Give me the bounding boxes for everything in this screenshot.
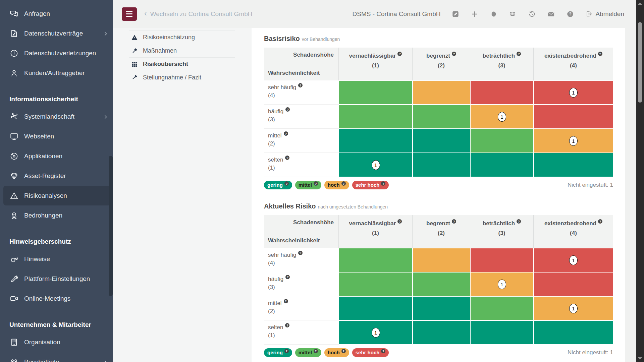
sidebar-item-kunden-auftraggeber[interactable]: Kunden/Auftraggeber — [3, 63, 110, 83]
risk-count-badge[interactable]: 1 — [569, 136, 578, 146]
help-tooltip-icon[interactable]: ? — [284, 299, 288, 303]
help-tooltip-icon[interactable]: ? — [341, 349, 346, 353]
help-tooltip-icon[interactable]: ? — [314, 181, 318, 186]
chevron-right-icon — [103, 31, 108, 36]
help-tooltip-icon[interactable]: ? — [381, 181, 385, 186]
matrix-row-header-selten: selten?(1) — [264, 153, 339, 177]
risk-matrix-cell — [339, 105, 413, 129]
matrix-column-header-beträchtlich: beträchtlich?(3) — [470, 48, 534, 80]
legend-badge-label: hoch — [328, 350, 340, 355]
risk-count-badge[interactable]: 1 — [569, 255, 578, 265]
sidebar-item-hinweise[interactable]: Hinweise — [3, 249, 110, 269]
risk-matrix-cell — [413, 80, 470, 105]
matrix-column-header-beträchtlich: beträchtlich?(3) — [470, 215, 534, 248]
sidebar-item-webseiten[interactable]: Webseiten — [3, 126, 110, 146]
row-header-label: sehr häufig? — [268, 252, 335, 258]
matrix-row-header-häufig: häufig?(3) — [264, 105, 339, 129]
help-tooltip-icon[interactable]: ? — [284, 131, 288, 136]
matrix-row-header-häufig: häufig?(3) — [264, 272, 339, 296]
help-tooltip-icon[interactable]: ? — [285, 156, 289, 160]
edit-icon[interactable] — [451, 10, 460, 18]
risk-matrix-cell — [413, 272, 470, 296]
row-header-text: sehr häufig — [268, 252, 296, 258]
scrollbar-thumb[interactable] — [638, 22, 642, 103]
warning-triangle-icon — [9, 191, 18, 200]
help-tooltip-icon[interactable]: ? — [314, 349, 318, 353]
help-tooltip-icon[interactable]: ? — [452, 52, 456, 56]
risk-matrix-cell: 1 — [534, 129, 613, 153]
sidebar-item-online-meetings[interactable]: Online-Meetings — [3, 289, 110, 308]
disc-icon — [9, 152, 18, 161]
help-tooltip-icon[interactable]: ? — [341, 181, 346, 186]
scrollbar-up-arrow-icon[interactable] — [638, 2, 642, 5]
help-tooltip-icon[interactable]: ? — [285, 107, 290, 112]
page-scrollbar — [636, 0, 644, 362]
help-tooltip-icon[interactable]: ? — [397, 219, 402, 224]
help-tooltip-icon[interactable]: ? — [298, 83, 303, 87]
menu-toggle-button[interactable] — [122, 7, 137, 21]
subnav-item-maßnahmen[interactable]: Maßnahmen — [129, 44, 235, 57]
sidebar-item-anfragen[interactable]: Anfragen — [3, 4, 110, 23]
row-header-label: mittel? — [268, 132, 335, 139]
help-tooltip-icon[interactable]: ? — [381, 349, 385, 353]
risk-matrix-cell: 1 — [470, 105, 534, 129]
sidebar-item-beschäftigte[interactable]: Beschäftigte — [3, 352, 110, 362]
help-tooltip-icon[interactable]: ? — [298, 251, 303, 255]
risk-matrix-table: SchadenshöheWahrscheinlichkeitvernachläs… — [264, 215, 613, 345]
video-camera-icon — [9, 294, 18, 303]
sidebar-item-systemlandschaft[interactable]: Systemlandschaft — [3, 107, 110, 126]
risk-count-badge[interactable]: 1 — [569, 88, 578, 98]
column-header-text: begrenzt — [426, 53, 450, 59]
scrollbar-down-arrow-icon[interactable] — [638, 357, 642, 360]
risk-count-badge[interactable]: 1 — [498, 112, 506, 122]
risk-matrix-cell — [339, 272, 413, 296]
sidebar-item-applikationen[interactable]: Applikationen — [3, 146, 110, 166]
legend-badge-sehr-hoch: sehr hoch? — [352, 348, 389, 357]
sidebar: AnfragenDatenschutzverträgeDatenschutzve… — [0, 0, 113, 362]
back-link[interactable]: ‹ Wechseln zu Cortina Consult GmbH — [144, 10, 253, 18]
risk-count-badge[interactable]: 1 — [498, 280, 506, 289]
risk-count-badge[interactable]: 1 — [372, 328, 380, 338]
risk-matrix-cell — [339, 80, 413, 105]
column-header-label: vernachlässigbar? — [349, 220, 402, 227]
column-header-text: begrenzt — [426, 220, 450, 227]
subnav-item-risikoübersicht[interactable]: Risikoübersicht — [129, 57, 235, 71]
help-tooltip-icon[interactable]: ? — [285, 275, 290, 279]
status-circle-icon[interactable] — [490, 10, 498, 18]
help-tooltip-icon[interactable]: ? — [598, 219, 602, 224]
help-tooltip-icon[interactable]: ? — [598, 52, 602, 56]
sidebar-item-plattform-einstellungen[interactable]: Plattform-Einstellungen — [3, 269, 110, 289]
aktuelles-risiko-section: Aktuelles Risikonach umgesetzten Behandl… — [264, 201, 613, 357]
sidebar-item-asset-register[interactable]: Asset-Register — [3, 166, 110, 186]
sidebar-item-bedrohungen[interactable]: Bedrohungen — [3, 205, 110, 225]
chevron-right-icon — [103, 114, 108, 119]
matrix-corner-header: SchadenshöheWahrscheinlichkeit — [264, 48, 339, 80]
help-tooltip-icon[interactable]: ? — [517, 52, 521, 56]
subnav-item-stellungnahme-fazit[interactable]: Stellungnahme / Fazit — [129, 71, 235, 84]
sidebar-item-organisation[interactable]: Organisation — [3, 332, 110, 352]
sidebar-scrollbar-thumb[interactable] — [109, 156, 113, 296]
sidebar-item-datenschutzverletzungen[interactable]: Datenschutzverletzungen — [3, 43, 110, 63]
help-tooltip-icon[interactable]: ? — [284, 349, 289, 353]
help-icon[interactable]: ? — [566, 10, 574, 18]
exclamation-circle-icon — [9, 49, 18, 58]
column-header-value: (3) — [498, 230, 505, 237]
help-tooltip-icon[interactable]: ? — [284, 181, 289, 186]
history-icon[interactable] — [528, 10, 536, 18]
help-tooltip-icon[interactable]: ? — [517, 219, 521, 224]
keyboard-icon[interactable] — [509, 10, 517, 18]
help-tooltip-icon[interactable]: ? — [285, 323, 289, 327]
risk-matrix-cell — [413, 296, 470, 320]
subnav-item-risikoeinschätzung[interactable]: Risikoeinschätzung — [129, 31, 235, 44]
sidebar-item-label: Hinweise — [24, 255, 50, 263]
sidebar-item-risikoanalysen[interactable]: Risikoanalysen — [3, 186, 110, 205]
mail-icon[interactable] — [547, 10, 555, 18]
plus-icon[interactable] — [471, 10, 479, 18]
sidebar-item-datenschutzverträge[interactable]: Datenschutzverträge — [3, 23, 110, 43]
legend-badge-label: sehr hoch — [356, 350, 380, 355]
help-tooltip-icon[interactable]: ? — [452, 219, 456, 224]
help-tooltip-icon[interactable]: ? — [397, 52, 402, 56]
logout-button[interactable]: Abmelden — [585, 10, 624, 18]
risk-count-badge[interactable]: 1 — [372, 160, 380, 170]
risk-count-badge[interactable]: 1 — [569, 304, 578, 313]
